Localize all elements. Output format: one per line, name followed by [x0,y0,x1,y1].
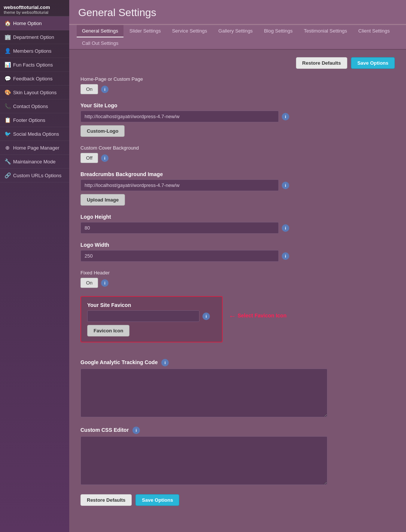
google-analytics-label-text: Google Analytic Tracking Code [80,359,158,365]
restore-defaults-button-bottom[interactable]: Restore Defaults [80,494,132,506]
google-analytics-info-icon[interactable]: i [161,359,169,366]
custom-cover-info-icon[interactable]: i [101,154,109,162]
department-icon: 🏢 [4,34,10,40]
tab-client-settings[interactable]: Client Settings [353,25,395,37]
favicon-icon-button[interactable]: Favicon Icon [87,325,129,336]
sidebar-item-label: Maintainance Mode [13,159,55,164]
tab-testimonial-settings[interactable]: Testimonial Settings [299,25,352,37]
sidebar-item-label: Home Page Manager [13,145,59,151]
home-page-info-icon[interactable]: i [101,86,109,93]
tab-slider-settings[interactable]: Slider Settings [124,25,166,37]
tab-gallery-settings[interactable]: Gallery Settings [213,25,258,37]
brand-sub: theme by websofttoturial [4,10,65,15]
page-title: General Settings [78,7,397,19]
sidebar-item-contact-options[interactable]: 📞 Contact Options [0,99,69,113]
maintenance-icon: 🔧 [4,159,10,164]
logo-height-input[interactable] [80,222,279,234]
feedback-icon: 💬 [4,76,10,82]
site-logo-label: Your Site Logo [80,102,395,108]
fixed-header-label: Fixed Header [80,270,395,276]
site-logo-input[interactable] [80,111,279,122]
custom-logo-button[interactable]: Custom-Logo [80,125,125,137]
logo-height-info-icon[interactable]: i [282,224,289,232]
tabs-bar: General Settings Slider Settings Service… [69,25,406,50]
breadcrumbs-section: Breadcrumbs Background Image i Upload Im… [80,171,395,206]
homepage-icon: ⊕ [4,145,10,151]
sidebar-item-feedback-options[interactable]: 💬 Feedback Options [0,72,69,86]
fixed-header-row: On i [80,278,395,288]
favicon-info-icon[interactable]: i [202,313,210,320]
logo-height-label: Logo Height [80,214,395,220]
logo-width-info-icon[interactable]: i [282,252,289,260]
sidebar-item-label: Skin Layout Options [13,90,57,95]
sidebar-item-home-option[interactable]: 🏠 Home Option [0,16,69,30]
save-options-button-bottom[interactable]: Save Options [135,494,179,506]
sidebar-item-members-options[interactable]: 👤 Members Options [0,44,69,58]
favicon-callout-text: Select Favicon Icon [238,313,287,319]
logo-width-row: i [80,250,395,262]
content-area: Restore Defaults Save Options Home-Page … [69,50,406,525]
tab-general-settings[interactable]: General Settings [77,25,123,37]
sidebar-item-custom-urls-options[interactable]: 🔗 Custom URLs Options [0,169,69,182]
sidebar-item-maintenance-mode[interactable]: 🔧 Maintainance Mode [0,155,69,169]
breadcrumbs-row: i [80,179,395,191]
sidebar-item-label: Custom URLs Options [13,173,61,178]
site-logo-row: i [80,111,395,122]
tab-blog-settings[interactable]: Blog Settings [259,25,298,37]
breadcrumbs-input[interactable] [80,179,279,191]
custom-css-label: Custom CSS Editor i [80,427,395,434]
page-header: General Settings [69,0,406,25]
custom-css-info-icon[interactable]: i [132,427,140,434]
google-analytics-section: Google Analytic Tracking Code i [80,359,395,418]
favicon-input[interactable] [87,310,199,322]
sidebar-item-label: Home Option [13,21,42,26]
fixed-header-info-icon[interactable]: i [101,279,109,287]
google-analytics-label: Google Analytic Tracking Code i [80,359,395,366]
sidebar-item-label: Department Option [13,34,54,40]
sidebar-item-label: Members Options [13,48,52,54]
home-page-row: On i [80,84,395,94]
favicon-box: Your Site Favicon i Favicon Icon [80,296,223,342]
sidebar-item-skin-layout-options[interactable]: 🎨 Skin Layout Options [0,86,69,99]
breadcrumbs-info-icon[interactable]: i [282,182,289,189]
logo-width-input[interactable] [80,250,279,262]
custom-cover-toggle[interactable]: Off [80,153,98,163]
favicon-callout-row: Your Site Favicon i Favicon Icon ← Selec… [80,296,395,351]
sidebar-item-footer-options[interactable]: 📋 Footer Options [0,113,69,127]
sidebar-item-home-page-manager[interactable]: ⊕ Home Page Manager [0,141,69,155]
sidebar-item-label: Contact Options [13,104,48,109]
funfacts-icon: 📊 [4,62,10,68]
google-analytics-textarea[interactable] [80,369,327,417]
sidebar-item-label: Feedback Options [13,76,53,82]
logo-height-section: Logo Height i [80,214,395,234]
upload-image-button[interactable]: Upload Image [80,194,125,206]
members-icon: 👤 [4,48,10,54]
tab-call-out-settings[interactable]: Call Out Settings [77,37,124,50]
urls-icon: 🔗 [4,172,10,178]
brand-name: websofttoturial.com [4,4,65,10]
sidebar-brand: websofttoturial.com theme by websofttotu… [0,0,69,16]
home-page-toggle[interactable]: On [80,84,98,94]
fixed-header-toggle[interactable]: On [80,278,98,288]
custom-css-textarea[interactable] [80,436,327,485]
logo-height-row: i [80,222,395,234]
sidebar-item-label: Social Media Options [13,131,59,137]
bottom-action-bar: Restore Defaults Save Options [80,494,395,517]
site-logo-info-icon[interactable]: i [282,113,289,120]
sidebar-item-department-option[interactable]: 🏢 Department Option [0,30,69,44]
restore-defaults-button-top[interactable]: Restore Defaults [296,57,347,69]
favicon-arrow-icon: ← [229,312,236,320]
logo-width-label: Logo Width [80,242,395,248]
sidebar-item-fun-facts-options[interactable]: 📊 Fun Facts Options [0,58,69,72]
tab-service-settings[interactable]: Service Settings [167,25,213,37]
save-options-button-top[interactable]: Save Options [351,57,395,69]
sidebar-item-label: Fun Facts Options [13,62,53,68]
home-icon: 🏠 [4,20,10,26]
footer-icon: 📋 [4,117,10,123]
logo-width-section: Logo Width i [80,242,395,262]
favicon-row: i [87,310,216,322]
custom-cover-section: Custom Cover Background Off i [80,145,395,163]
home-page-label: Home-Page or Custom Page [80,76,395,82]
sidebar-item-social-media-options[interactable]: 🐦 Social Media Options [0,127,69,141]
top-action-bar: Restore Defaults Save Options [80,57,395,69]
